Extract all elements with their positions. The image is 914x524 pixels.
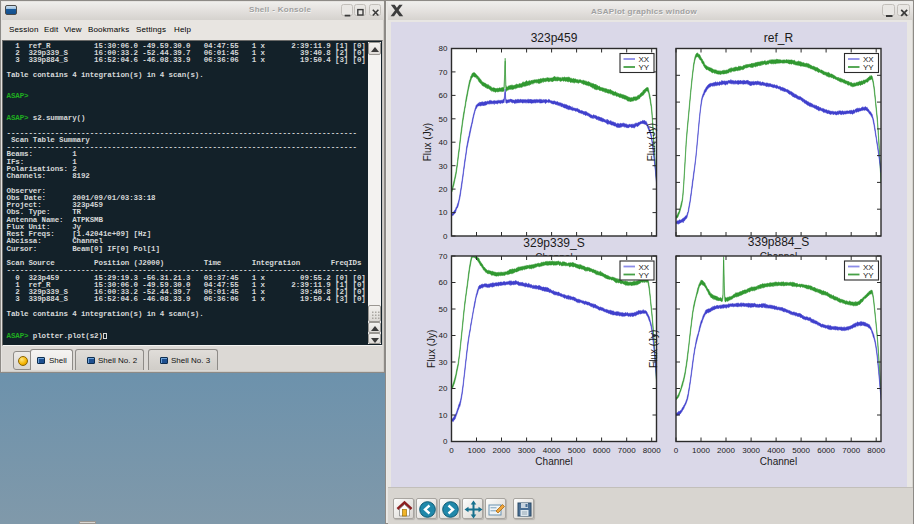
svg-text:7000: 7000 xyxy=(618,446,636,455)
svg-text:8000: 8000 xyxy=(867,446,885,455)
svg-text:60: 60 xyxy=(439,91,448,100)
svg-text:Flux (Jy): Flux (Jy) xyxy=(648,330,659,368)
svg-text:Flux (Jy): Flux (Jy) xyxy=(647,123,658,161)
svg-text:329p339_S: 329p339_S xyxy=(523,236,584,250)
svg-text:339p884_S: 339p884_S xyxy=(748,235,809,249)
svg-text:6000: 6000 xyxy=(593,446,611,455)
svg-text:20: 20 xyxy=(439,384,448,393)
svg-text:30: 30 xyxy=(439,358,448,367)
svg-text:YY: YY xyxy=(863,271,874,280)
svg-text:5000: 5000 xyxy=(792,446,810,455)
svg-text:60: 60 xyxy=(439,278,448,287)
svg-text:40: 40 xyxy=(439,331,448,340)
svg-text:0: 0 xyxy=(674,446,679,455)
svg-text:40: 40 xyxy=(439,138,448,147)
svg-text:4000: 4000 xyxy=(767,446,785,455)
svg-text:0: 0 xyxy=(449,446,454,455)
svg-text:5000: 5000 xyxy=(568,446,586,455)
svg-text:30: 30 xyxy=(439,162,448,171)
svg-text:0: 0 xyxy=(443,232,448,241)
svg-text:Flux (Jy): Flux (Jy) xyxy=(426,330,437,368)
svg-text:20: 20 xyxy=(439,185,448,194)
svg-text:80: 80 xyxy=(439,44,448,53)
svg-text:3000: 3000 xyxy=(742,446,760,455)
svg-text:50: 50 xyxy=(439,305,448,314)
svg-text:7000: 7000 xyxy=(842,446,860,455)
svg-text:2000: 2000 xyxy=(493,446,511,455)
svg-text:10: 10 xyxy=(439,411,448,420)
svg-text:ref_R: ref_R xyxy=(764,31,794,45)
svg-text:70: 70 xyxy=(439,68,448,77)
svg-text:323p459: 323p459 xyxy=(531,31,578,45)
svg-text:50: 50 xyxy=(439,115,448,124)
svg-text:YY: YY xyxy=(863,63,874,72)
svg-text:70: 70 xyxy=(439,252,448,261)
svg-text:1000: 1000 xyxy=(692,446,710,455)
svg-text:6000: 6000 xyxy=(817,446,835,455)
svg-text:0: 0 xyxy=(443,437,448,446)
svg-text:1000: 1000 xyxy=(468,446,486,455)
svg-text:Channel: Channel xyxy=(535,456,572,467)
svg-text:10: 10 xyxy=(439,208,448,217)
svg-text:Flux (Jy): Flux (Jy) xyxy=(422,123,433,161)
svg-text:4000: 4000 xyxy=(543,446,561,455)
svg-text:2000: 2000 xyxy=(717,446,735,455)
svg-text:Channel: Channel xyxy=(760,456,797,467)
svg-text:8000: 8000 xyxy=(643,446,661,455)
svg-text:3000: 3000 xyxy=(518,446,536,455)
svg-text:YY: YY xyxy=(639,63,650,72)
svg-text:YY: YY xyxy=(639,271,650,280)
